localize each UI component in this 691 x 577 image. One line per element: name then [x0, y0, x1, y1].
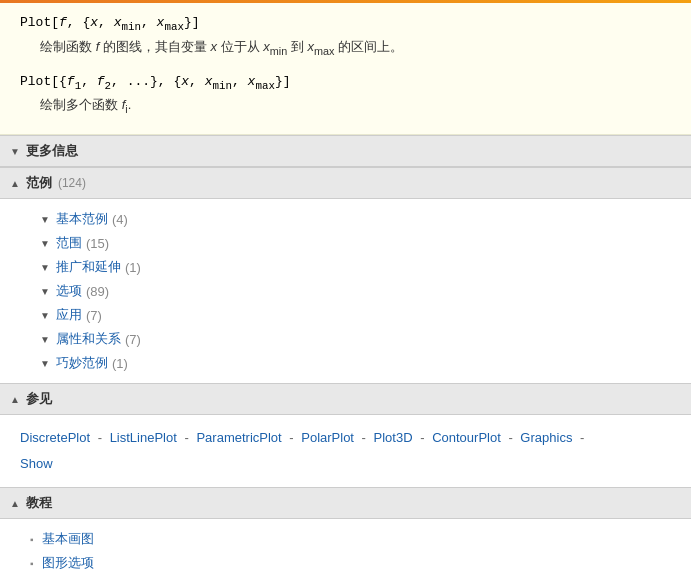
tutorial-link-2[interactable]: 图形选项	[42, 554, 94, 572]
sep: -	[358, 430, 370, 445]
see-also-header[interactable]: ▲ 参见	[0, 383, 691, 415]
item-arrow: ▼	[40, 334, 50, 345]
item-link[interactable]: 范围	[56, 234, 82, 252]
item-count: (1)	[125, 260, 141, 275]
list-item[interactable]: ▼ 范围 (15)	[40, 231, 671, 255]
syntax-code-2: Plot[{f1, f2, ...}, {x, xmin, xmax}]	[20, 74, 671, 92]
examples-header[interactable]: ▲ 范例 (124)	[0, 167, 691, 199]
see-also-link-parametricplot[interactable]: ParametricPlot	[196, 430, 281, 445]
see-also-link-show[interactable]: Show	[20, 456, 53, 471]
list-item[interactable]: ▼ 基本范例 (4)	[40, 207, 671, 231]
see-also-link-polarplot[interactable]: PolarPlot	[301, 430, 354, 445]
more-info-header[interactable]: ▼ 更多信息	[0, 135, 691, 167]
item-count: (89)	[86, 284, 109, 299]
list-item[interactable]: ▼ 属性和关系 (7)	[40, 327, 671, 351]
item-count: (4)	[112, 212, 128, 227]
examples-title: 范例	[26, 174, 52, 192]
item-link[interactable]: 应用	[56, 306, 82, 324]
syntax-desc-2: 绘制多个函数 fi.	[40, 95, 671, 118]
sep: -	[505, 430, 517, 445]
item-arrow: ▼	[40, 286, 50, 297]
list-item[interactable]: ▼ 应用 (7)	[40, 303, 671, 327]
list-item[interactable]: ▼ 选项 (89)	[40, 279, 671, 303]
tutorial-list: 基本画图 图形选项	[0, 519, 691, 577]
item-arrow: ▼	[40, 214, 50, 225]
item-count: (1)	[112, 356, 128, 371]
item-arrow: ▼	[40, 238, 50, 249]
sep: -	[94, 430, 106, 445]
item-link[interactable]: 选项	[56, 282, 82, 300]
sep: -	[181, 430, 193, 445]
see-also-arrow: ▲	[10, 394, 20, 405]
item-link[interactable]: 推广和延伸	[56, 258, 121, 276]
tutorial-item-2[interactable]: 图形选项	[30, 551, 671, 575]
examples-arrow: ▲	[10, 178, 20, 189]
item-count: (15)	[86, 236, 109, 251]
see-also-title: 参见	[26, 390, 52, 408]
see-also-link-listlineplot[interactable]: ListLinePlot	[110, 430, 177, 445]
item-link[interactable]: 巧妙范例	[56, 354, 108, 372]
sep: -	[417, 430, 429, 445]
tutorial-link-1[interactable]: 基本画图	[42, 530, 94, 548]
more-info-title: 更多信息	[26, 142, 78, 160]
syntax-box: Plot[f, {x, xmin, xmax}] 绘制函数 f 的图线，其自变量…	[0, 3, 691, 135]
more-info-arrow: ▼	[10, 146, 20, 157]
item-link[interactable]: 属性和关系	[56, 330, 121, 348]
list-item[interactable]: ▼ 巧妙范例 (1)	[40, 351, 671, 375]
see-also-link-plot3d[interactable]: Plot3D	[374, 430, 413, 445]
examples-count: (124)	[58, 176, 86, 190]
syntax-desc-1: 绘制函数 f 的图线，其自变量 x 位于从 xmin 到 xmax 的区间上。	[40, 37, 671, 60]
sep: -	[576, 430, 584, 445]
tutorials-header[interactable]: ▲ 教程	[0, 487, 691, 519]
syntax-block-2: Plot[{f1, f2, ...}, {x, xmin, xmax}] 绘制多…	[20, 74, 671, 119]
see-also-link-contourplot[interactable]: ContourPlot	[432, 430, 501, 445]
syntax-code-1: Plot[f, {x, xmin, xmax}]	[20, 15, 671, 33]
see-also-content: DiscretePlot - ListLinePlot - Parametric…	[0, 415, 691, 487]
tutorial-item-1[interactable]: 基本画图	[30, 527, 671, 551]
see-also-link-discreteplot[interactable]: DiscretePlot	[20, 430, 90, 445]
item-count: (7)	[86, 308, 102, 323]
sep: -	[286, 430, 298, 445]
item-count: (7)	[125, 332, 141, 347]
item-link[interactable]: 基本范例	[56, 210, 108, 228]
see-also-link-graphics[interactable]: Graphics	[520, 430, 572, 445]
syntax-block-1: Plot[f, {x, xmin, xmax}] 绘制函数 f 的图线，其自变量…	[20, 15, 671, 60]
tutorials-title: 教程	[26, 494, 52, 512]
item-arrow: ▼	[40, 310, 50, 321]
item-arrow: ▼	[40, 358, 50, 369]
tutorials-arrow: ▲	[10, 498, 20, 509]
item-arrow: ▼	[40, 262, 50, 273]
list-item[interactable]: ▼ 推广和延伸 (1)	[40, 255, 671, 279]
examples-list: ▼ 基本范例 (4) ▼ 范围 (15) ▼ 推广和延伸 (1) ▼ 选项 (8…	[0, 199, 691, 383]
